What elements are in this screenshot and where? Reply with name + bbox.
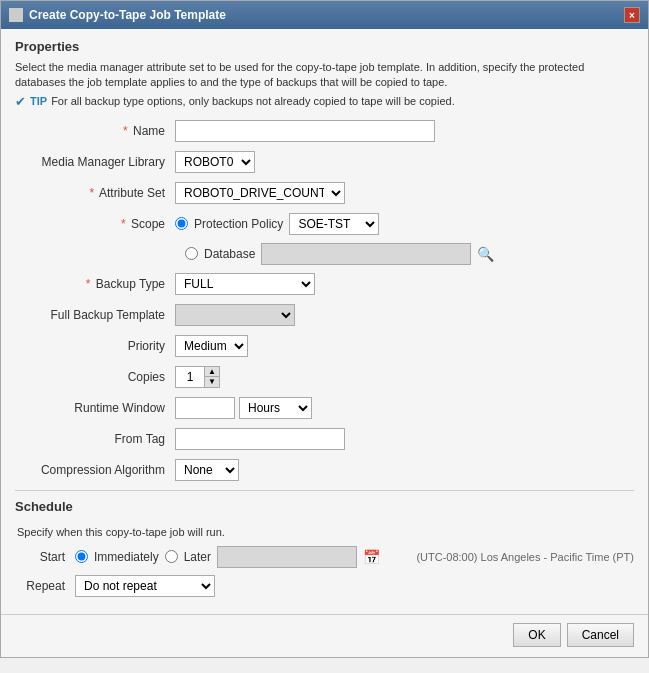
start-immediately-radio[interactable]	[75, 550, 88, 563]
priority-control: Low Medium High	[175, 335, 248, 357]
start-immediately-label: Immediately	[94, 550, 159, 564]
media-manager-label: Media Manager Library	[15, 155, 175, 169]
repeat-row: Repeat Do not repeat Daily Weekly Monthl…	[15, 575, 634, 597]
attribute-set-select[interactable]: ROBOT0_DRIVE_COUNT_1	[175, 182, 345, 204]
backup-type-select[interactable]: FULL INCREMENTAL ALL	[175, 273, 315, 295]
from-tag-input[interactable]	[175, 428, 345, 450]
backup-type-control: FULL INCREMENTAL ALL	[175, 273, 315, 295]
copies-input[interactable]	[175, 366, 205, 388]
runtime-window-control: Hours Minutes	[175, 397, 312, 419]
ok-button[interactable]: OK	[513, 623, 560, 647]
from-tag-row: From Tag	[15, 427, 634, 451]
dialog-title: Create Copy-to-Tape Job Template	[29, 8, 226, 22]
name-label: * Name	[15, 124, 175, 138]
cancel-button[interactable]: Cancel	[567, 623, 634, 647]
start-row: Start Immediately Later 📅 (UTC-08:00) Lo…	[15, 546, 634, 568]
title-bar: Create Copy-to-Tape Job Template ×	[1, 1, 648, 29]
start-datetime-input[interactable]	[217, 546, 357, 568]
name-row: * Name	[15, 119, 634, 143]
database-input[interactable]	[261, 243, 471, 265]
full-backup-template-row: Full Backup Template	[15, 303, 634, 327]
copies-increment-button[interactable]: ▲	[205, 367, 219, 378]
start-later-label: Later	[184, 550, 211, 564]
priority-label: Priority	[15, 339, 175, 353]
runtime-window-unit-select[interactable]: Hours Minutes	[239, 397, 312, 419]
scope-row: * Scope Protection Policy SOE-TST	[15, 212, 634, 236]
timezone-text: (UTC-08:00) Los Angeles - Pacific Time (…	[416, 551, 634, 563]
full-backup-template-label: Full Backup Template	[15, 308, 175, 322]
section-divider	[15, 490, 634, 491]
scope-database-radio[interactable]	[185, 247, 198, 260]
protection-policy-select[interactable]: SOE-TST	[289, 213, 379, 235]
backup-type-row: * Backup Type FULL INCREMENTAL ALL	[15, 272, 634, 296]
title-bar-left: Create Copy-to-Tape Job Template	[9, 8, 226, 22]
attribute-set-row: * Attribute Set ROBOT0_DRIVE_COUNT_1	[15, 181, 634, 205]
runtime-window-label: Runtime Window	[15, 401, 175, 415]
backup-type-label: * Backup Type	[15, 277, 175, 291]
scope-label: * Scope	[15, 217, 175, 231]
copies-spinner: ▲ ▼	[175, 366, 220, 388]
media-manager-select[interactable]: ROBOT0	[175, 151, 255, 173]
priority-select[interactable]: Low Medium High	[175, 335, 248, 357]
database-label: Database	[204, 247, 255, 261]
create-copy-to-tape-dialog: Create Copy-to-Tape Job Template × Prope…	[0, 0, 649, 658]
start-controls: Immediately Later 📅 (UTC-08:00) Los Ange…	[75, 546, 634, 568]
database-row: Database 🔍	[185, 243, 634, 265]
schedule-section-title: Schedule	[15, 499, 634, 514]
copies-label: Copies	[15, 370, 175, 384]
start-label: Start	[15, 550, 75, 564]
from-tag-control	[175, 428, 345, 450]
attribute-set-control: ROBOT0_DRIVE_COUNT_1	[175, 182, 345, 204]
repeat-label: Repeat	[15, 579, 75, 593]
compression-select[interactable]: None GZIP BZIP2	[175, 459, 239, 481]
schedule-description: Specify when this copy-to-tape job will …	[15, 526, 634, 538]
name-required-star: *	[123, 124, 128, 138]
media-manager-row: Media Manager Library ROBOT0	[15, 150, 634, 174]
compression-control: None GZIP BZIP2	[175, 459, 239, 481]
dialog-footer: OK Cancel	[1, 614, 648, 657]
compression-row: Compression Algorithm None GZIP BZIP2	[15, 458, 634, 482]
runtime-window-row: Runtime Window Hours Minutes	[15, 396, 634, 420]
compression-label: Compression Algorithm	[15, 463, 175, 477]
properties-description: Select the media manager attribute set t…	[15, 60, 634, 91]
copies-decrement-button[interactable]: ▼	[205, 377, 219, 387]
tip-text: For all backup type options, only backup…	[51, 95, 455, 107]
media-manager-control: ROBOT0	[175, 151, 255, 173]
scope-protection-policy-radio[interactable]	[175, 217, 188, 230]
name-input[interactable]	[175, 120, 435, 142]
scope-required-star: *	[121, 217, 126, 231]
attribute-set-label: * Attribute Set	[15, 186, 175, 200]
schedule-section: Schedule Specify when this copy-to-tape …	[15, 499, 634, 597]
tip-label: TIP	[30, 95, 47, 107]
copies-control: ▲ ▼	[175, 366, 220, 388]
full-backup-template-control	[175, 304, 295, 326]
runtime-window-input[interactable]	[175, 397, 235, 419]
properties-section-title: Properties	[15, 39, 634, 54]
name-control	[175, 120, 435, 142]
repeat-select[interactable]: Do not repeat Daily Weekly Monthly	[75, 575, 215, 597]
dialog-icon	[9, 8, 23, 22]
priority-row: Priority Low Medium High	[15, 334, 634, 358]
tip-row: ✔ TIP For all backup type options, only …	[15, 95, 634, 109]
copies-row: Copies ▲ ▼	[15, 365, 634, 389]
from-tag-label: From Tag	[15, 432, 175, 446]
scope-protection-policy-label: Protection Policy	[194, 217, 283, 231]
copies-spinner-buttons: ▲ ▼	[205, 366, 220, 388]
calendar-icon[interactable]: 📅	[363, 549, 380, 565]
close-button[interactable]: ×	[624, 7, 640, 23]
start-later-radio[interactable]	[165, 550, 178, 563]
scope-control: Protection Policy SOE-TST	[175, 213, 379, 235]
backup-type-required-star: *	[86, 277, 91, 291]
database-search-icon[interactable]: 🔍	[477, 246, 494, 262]
full-backup-template-select[interactable]	[175, 304, 295, 326]
tip-checkmark-icon: ✔	[15, 94, 26, 109]
attribute-set-required-star: *	[90, 186, 95, 200]
dialog-body: Properties Select the media manager attr…	[1, 29, 648, 614]
